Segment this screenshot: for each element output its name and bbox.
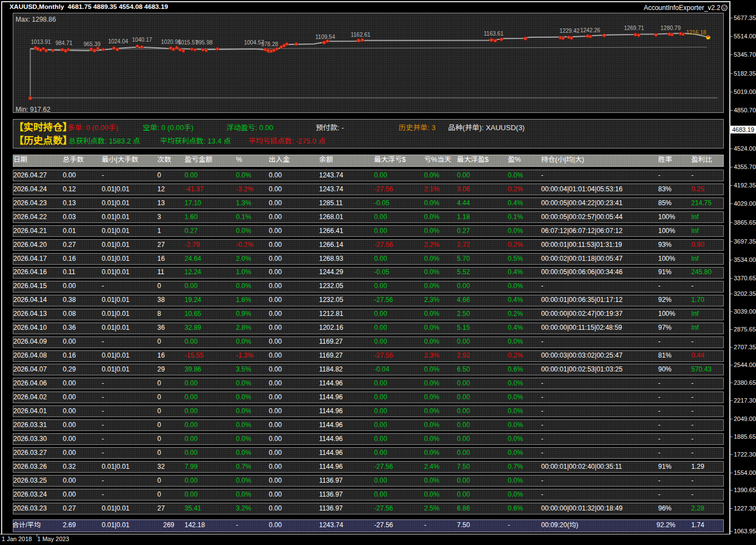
svg-text:1040.17: 1040.17 <box>132 37 152 43</box>
svg-text:1242.26: 1242.26 <box>580 27 601 33</box>
svg-text:1109.54: 1109.54 <box>315 33 335 39</box>
svg-text:1163.61: 1163.61 <box>484 30 504 36</box>
svg-text:1280.79: 1280.79 <box>660 25 681 31</box>
svg-text:1013.91: 1013.91 <box>31 39 51 45</box>
svg-text:995.98: 995.98 <box>196 39 213 46</box>
svg-text:1024.04: 1024.04 <box>108 38 128 44</box>
svg-text:1269.71: 1269.71 <box>624 25 644 31</box>
svg-text:965.39: 965.39 <box>83 41 101 47</box>
svg-text:984.71: 984.71 <box>56 39 73 46</box>
svg-text:1162.61: 1162.61 <box>351 32 371 38</box>
svg-text:1229.42: 1229.42 <box>559 27 580 33</box>
svg-text:1216.18: 1216.18 <box>686 29 707 35</box>
svg-text:978.28: 978.28 <box>261 41 278 47</box>
